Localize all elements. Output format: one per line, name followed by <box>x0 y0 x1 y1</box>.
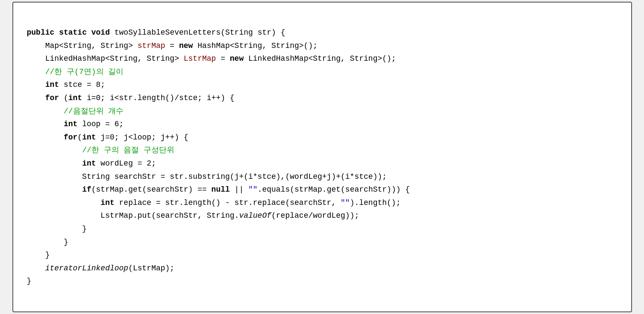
line3: LinkedHashMap<String, String> LstrMap = … <box>27 54 396 63</box>
line14: int replace = str.length() - str.replace… <box>27 198 401 207</box>
line7: //음절단위 개수 <box>27 107 124 116</box>
line15: LstrMap.put(searchStr, String.valueOf(re… <box>27 211 359 220</box>
line16: } <box>27 225 87 233</box>
line18: } <box>27 251 50 259</box>
line17: } <box>27 238 68 246</box>
line8: int loop = 6; <box>27 120 124 128</box>
line4: //한 구(7연)의 길이 <box>27 68 124 76</box>
code-container: public static void twoSyllableSevenLette… <box>12 2 632 312</box>
line13: if(strMap.get(searchStr) == null || "".e… <box>27 185 410 194</box>
line1: public static void twoSyllableSevenLette… <box>27 28 285 37</box>
line6: for (int i=0; i<str.length()/stce; i++) … <box>27 94 235 102</box>
line10: //한 구의 음절 구성단위 <box>27 146 175 154</box>
code-block: public static void twoSyllableSevenLette… <box>27 13 618 301</box>
line20: } <box>27 277 32 285</box>
line5: int stce = 8; <box>27 80 106 89</box>
line9: for(int j=0; j<loop; j++) { <box>27 133 188 142</box>
line11: int wordLeg = 2; <box>27 159 156 168</box>
line2: Map<String, String> strMap = new HashMap… <box>27 41 318 50</box>
line19: iteratorLinkedloop(LstrMap); <box>27 264 175 273</box>
line12: String searchStr = str.substring(j+(i*st… <box>27 172 387 181</box>
